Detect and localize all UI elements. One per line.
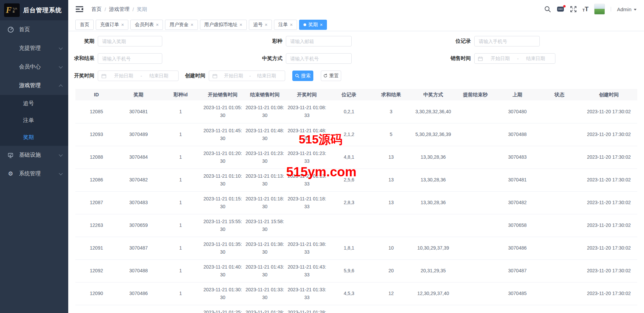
table-cell: 2023-11-21 01:28:33 bbox=[286, 305, 328, 313]
table-cell: 2023-11-21 01:35:30 bbox=[202, 237, 244, 259]
table-cell: 3070489 bbox=[117, 123, 160, 146]
table-cell: 2023-11-21 01:30:30 bbox=[202, 282, 244, 305]
sidebar-item-home[interactable]: 首页 bbox=[0, 20, 68, 39]
prize-period-input[interactable] bbox=[98, 36, 162, 46]
table-cell: 13,30,28,36 bbox=[412, 146, 454, 169]
sidebar-item-label: 奖期 bbox=[23, 134, 34, 141]
table-cell: 1 bbox=[160, 123, 202, 146]
draw-time-range-picker[interactable]: 开始日期 - 结束日期 bbox=[98, 71, 179, 81]
start-date-placeholder: 开始日期 bbox=[219, 73, 249, 79]
table-cell: 20 bbox=[370, 259, 412, 282]
breadcrumb: 首页 / 游戏管理 / 奖期 bbox=[91, 6, 147, 13]
user-menu[interactable]: Admin bbox=[617, 6, 637, 12]
tab-3[interactable]: 用户资金× bbox=[165, 20, 198, 30]
table-cell: 2023-11-21 01:45:30 bbox=[202, 123, 244, 146]
position-record-input[interactable] bbox=[474, 36, 540, 46]
field-label: 求和结果 bbox=[68, 55, 94, 62]
column-header: 结束销售时间 bbox=[244, 89, 286, 100]
tab-close-icon[interactable]: × bbox=[156, 22, 159, 27]
sidebar-item-game-management[interactable]: 游戏管理 bbox=[0, 76, 68, 95]
table-cell: 2023-11-21 01:18:30 bbox=[244, 191, 286, 214]
table-cell bbox=[454, 259, 496, 282]
sidebar-item-system-management[interactable]: ⚙ 系统管理 bbox=[0, 164, 68, 183]
search-icon[interactable] bbox=[544, 6, 551, 13]
table-cell: 13 bbox=[370, 169, 412, 191]
column-header: 状态 bbox=[538, 89, 581, 100]
table-cell: 2023-11-21 01:38:33 bbox=[286, 237, 328, 259]
table-cell: 2023-11-21 01:18:33 bbox=[286, 191, 328, 214]
font-size-icon[interactable]: TT bbox=[583, 6, 589, 12]
sidebar-item-member-center[interactable]: 会员中心 bbox=[0, 58, 68, 76]
table-cell: 2023-11-21 01:33:30 bbox=[244, 282, 286, 305]
reset-button[interactable]: 重置 bbox=[321, 71, 341, 81]
field-label: 奖期 bbox=[68, 38, 94, 44]
tab-0[interactable]: 首页 bbox=[75, 20, 94, 30]
tab-1[interactable]: 充值订单× bbox=[96, 20, 128, 30]
filter-sale-time: 销售时间 开始日期 - 结束日期 bbox=[445, 53, 555, 64]
tab-close-icon[interactable]: × bbox=[190, 22, 193, 27]
fullscreen-icon[interactable] bbox=[570, 6, 577, 13]
tab-close-icon[interactable]: × bbox=[290, 22, 293, 27]
column-header: 上期 bbox=[496, 89, 538, 100]
tab-close-icon[interactable]: × bbox=[240, 22, 242, 27]
main-area: 首页 / 游戏管理 / 奖期 TT bbox=[68, 0, 644, 313]
table-cell bbox=[538, 282, 581, 305]
tab-close-icon[interactable]: × bbox=[121, 22, 124, 27]
calendar-icon bbox=[102, 74, 106, 78]
table-cell: 3070659 bbox=[117, 214, 160, 237]
tab-7[interactable]: 奖期× bbox=[299, 20, 327, 30]
win-method-input[interactable] bbox=[286, 53, 352, 64]
tab-5[interactable]: 追号× bbox=[249, 20, 272, 30]
table-cell: 12090 bbox=[75, 282, 117, 305]
table-body: 12085307048112023-11-21 01:05:302023-11-… bbox=[75, 100, 637, 313]
gear-icon: ⚙ bbox=[7, 170, 14, 177]
username: Admin bbox=[617, 6, 631, 12]
breadcrumb-home[interactable]: 首页 bbox=[91, 6, 102, 13]
tab-close-icon[interactable]: × bbox=[265, 22, 268, 27]
sidebar-item-deposit-withdraw[interactable]: 充提管理 bbox=[0, 39, 68, 58]
tab-close-icon[interactable]: × bbox=[320, 22, 323, 27]
table-cell: 2023-11-21 01:08:30 bbox=[244, 100, 286, 123]
collapse-menu-icon[interactable] bbox=[76, 6, 83, 12]
date-separator: - bbox=[140, 73, 143, 79]
search-button[interactable]: 搜索 bbox=[292, 71, 313, 81]
start-date-placeholder: 开始日期 bbox=[484, 56, 516, 62]
filter-position-record: 位记录 bbox=[445, 36, 540, 46]
breadcrumb-game-management[interactable]: 游戏管理 bbox=[109, 6, 129, 13]
tab-6[interactable]: 注单× bbox=[274, 20, 297, 30]
sidebar-subitem-chase-number[interactable]: 追号 bbox=[0, 95, 68, 112]
date-separator: - bbox=[249, 73, 252, 79]
column-header: 开奖时间 bbox=[286, 89, 328, 100]
search-icon bbox=[295, 74, 299, 78]
tab-label: 充值订单 bbox=[100, 22, 119, 28]
table-header: ID 奖期 彩种id 开始销售时间 结束销售时间 开奖时间 位记录 求和结果 中… bbox=[75, 89, 637, 100]
table-cell bbox=[328, 214, 370, 237]
table-cell bbox=[538, 237, 581, 259]
tab-2[interactable]: 会员列表× bbox=[130, 20, 163, 30]
sidebar-subitem-prize-period[interactable]: 奖期 bbox=[0, 129, 68, 146]
chevron-down-icon bbox=[59, 171, 62, 175]
sidebar-item-infrastructure[interactable]: 基础设施 bbox=[0, 146, 68, 164]
table-cell: 12085 bbox=[75, 100, 117, 123]
table-cell: 3070481 bbox=[496, 169, 538, 191]
avatar[interactable] bbox=[594, 4, 605, 15]
column-header: 位记录 bbox=[328, 89, 370, 100]
column-header: 彩种id bbox=[160, 89, 202, 100]
table-cell: 12,30,29,37,40 bbox=[412, 282, 454, 305]
table-row: 12090307048612023-11-21 01:30:302023-11-… bbox=[75, 282, 637, 305]
lottery-type-input[interactable] bbox=[286, 36, 352, 46]
table-cell bbox=[286, 214, 328, 237]
sidebar-item-label: 追号 bbox=[23, 100, 34, 107]
tab-4[interactable]: 用户虚拟币地址× bbox=[200, 20, 247, 30]
table-cell bbox=[496, 305, 538, 313]
messages-icon[interactable] bbox=[557, 6, 564, 13]
dashboard-icon bbox=[7, 26, 14, 33]
table-cell: 2023-11-20 17:30:02 bbox=[581, 169, 637, 191]
sum-result-input[interactable] bbox=[98, 53, 162, 64]
column-header: 求和结果 bbox=[370, 89, 412, 100]
sidebar-subitem-bet-order[interactable]: 注单 bbox=[0, 112, 68, 129]
create-time-range-picker[interactable]: 开始日期 - 结束日期 bbox=[209, 71, 285, 81]
sale-time-range-picker[interactable]: 开始日期 - 结束日期 bbox=[474, 53, 555, 64]
field-label: 中奖方式 bbox=[256, 55, 282, 62]
chevron-down-icon bbox=[59, 153, 62, 156]
